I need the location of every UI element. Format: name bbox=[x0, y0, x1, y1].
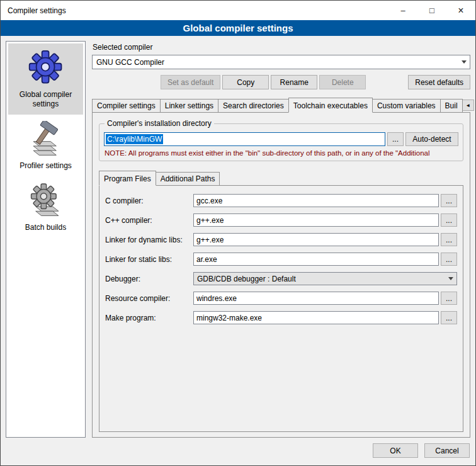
reset-defaults-button[interactable]: Reset defaults bbox=[408, 75, 470, 89]
sidebar-item-label: Batch builds bbox=[25, 223, 66, 232]
subtab-additional-paths[interactable]: Additional Paths bbox=[156, 172, 220, 185]
tab-strip: Compiler settings Linker settings Search… bbox=[92, 97, 470, 112]
installation-directory-value: C:\raylib\MinGW bbox=[106, 134, 163, 144]
linker-dynamic-label: Linker for dynamic libs: bbox=[105, 236, 193, 244]
maximize-icon: □ bbox=[429, 6, 434, 15]
scroll-left-icon: ◄ bbox=[465, 103, 470, 108]
tab-compiler-settings[interactable]: Compiler settings bbox=[92, 99, 161, 112]
dialog-header-title: Global compiler settings bbox=[183, 23, 293, 33]
compiler-settings-window: Compiler settings – □ × Global compiler … bbox=[0, 0, 476, 466]
selected-compiler-value: GNU GCC Compiler bbox=[96, 58, 458, 67]
c-compiler-label: C compiler: bbox=[105, 196, 193, 205]
toolchain-executables-panel: Compiler's installation directory C:\ray… bbox=[92, 112, 470, 438]
ok-button[interactable]: OK bbox=[373, 443, 418, 458]
browse-directory-button[interactable]: ... bbox=[387, 132, 404, 146]
dialog-header: Global compiler settings bbox=[1, 20, 475, 36]
sidebar-item-global-compiler-settings[interactable]: Global compiler settings bbox=[8, 43, 83, 115]
tab-scroll-left-button[interactable]: ◄ bbox=[462, 99, 474, 111]
tab-label: Compiler settings bbox=[97, 101, 156, 110]
field-row-linker-static: Linker for static libs: ... bbox=[105, 253, 457, 266]
program-files-panel: C compiler: ... C++ compiler: ... Linker… bbox=[99, 185, 463, 432]
chevron-down-icon bbox=[445, 273, 456, 285]
tab-scrollers: ◄ ► bbox=[462, 99, 476, 112]
cpp-compiler-label: C++ compiler: bbox=[105, 216, 193, 225]
tab-toolchain-executables[interactable]: Toolchain executables bbox=[288, 98, 373, 113]
main-panel: Selected compiler GNU GCC Compiler Set a… bbox=[92, 41, 470, 438]
installation-directory-group-title: Compiler's installation directory bbox=[105, 119, 214, 128]
subtab-program-files[interactable]: Program Files bbox=[99, 171, 156, 186]
make-program-browse-button[interactable]: ... bbox=[441, 311, 457, 324]
cpp-compiler-input[interactable] bbox=[193, 213, 439, 227]
window-controls: – □ × bbox=[388, 1, 475, 20]
cancel-button[interactable]: Cancel bbox=[424, 443, 470, 458]
make-program-input[interactable] bbox=[193, 311, 439, 324]
c-compiler-browse-button[interactable]: ... bbox=[441, 194, 457, 207]
sidebar: Global compiler settings bbox=[6, 41, 86, 438]
sidebar-item-label: Global compiler settings bbox=[9, 90, 82, 109]
auto-detect-button[interactable]: Auto-detect bbox=[405, 132, 458, 146]
tab-build-options[interactable]: Buil bbox=[440, 99, 463, 112]
installation-directory-input[interactable]: C:\raylib\MinGW bbox=[104, 132, 385, 146]
field-row-linker-dynamic: Linker for dynamic libs: ... bbox=[105, 233, 457, 246]
sidebar-item-profiler-settings[interactable]: Profiler settings bbox=[8, 115, 83, 176]
rename-button[interactable]: Rename bbox=[271, 75, 317, 89]
subtab-strip: Program Files Additional Paths bbox=[99, 170, 463, 185]
set-as-default-button: Set as default bbox=[161, 75, 220, 89]
field-row-c-compiler: C compiler: ... bbox=[105, 194, 457, 207]
close-icon: × bbox=[458, 5, 463, 16]
compiler-actions: Set as default Copy Rename Delete Reset … bbox=[92, 75, 470, 89]
c-compiler-input[interactable] bbox=[193, 194, 439, 207]
tab-label: Additional Paths bbox=[161, 174, 215, 183]
linker-static-browse-button[interactable]: ... bbox=[441, 253, 457, 266]
linker-static-label: Linker for static libs: bbox=[105, 255, 193, 264]
debugger-label: Debugger: bbox=[105, 275, 193, 283]
delete-button: Delete bbox=[319, 75, 366, 89]
batch-builds-icon bbox=[27, 182, 65, 220]
tab-label: Custom variables bbox=[377, 101, 436, 110]
sidebar-item-label: Profiler settings bbox=[20, 161, 72, 171]
debugger-dropdown[interactable]: GDB/CDB debugger : Default bbox=[193, 272, 457, 285]
selected-compiler-label: Selected compiler bbox=[93, 43, 470, 52]
tab-custom-variables[interactable]: Custom variables bbox=[372, 99, 441, 112]
tab-linker-settings[interactable]: Linker settings bbox=[160, 99, 218, 112]
minimize-button[interactable]: – bbox=[388, 1, 417, 20]
tab-search-directories[interactable]: Search directories bbox=[218, 99, 289, 112]
tab-label: Program Files bbox=[104, 174, 151, 183]
dialog-footer: OK Cancel bbox=[1, 438, 475, 465]
sidebar-item-batch-builds[interactable]: Batch builds bbox=[8, 176, 83, 238]
resource-compiler-browse-button[interactable]: ... bbox=[441, 292, 457, 305]
maximize-button[interactable]: □ bbox=[417, 1, 446, 20]
tab-label: Linker settings bbox=[165, 101, 213, 110]
close-button[interactable]: × bbox=[446, 1, 475, 20]
cpp-compiler-browse-button[interactable]: ... bbox=[441, 213, 457, 227]
tab-label: Buil bbox=[445, 101, 458, 110]
tab-label: Toolchain executables bbox=[293, 101, 368, 110]
linker-static-input[interactable] bbox=[193, 253, 439, 266]
dialog-body: Global compiler settings bbox=[1, 36, 475, 438]
bin-subdirectory-note: NOTE: All programs must exist either in … bbox=[105, 149, 458, 157]
make-program-label: Make program: bbox=[105, 314, 193, 322]
profiler-icon bbox=[27, 120, 65, 158]
copy-button[interactable]: Copy bbox=[222, 75, 269, 89]
resource-compiler-label: Resource compiler: bbox=[105, 294, 193, 303]
titlebar[interactable]: Compiler settings – □ × bbox=[1, 1, 475, 20]
debugger-value: GDB/CDB debugger : Default bbox=[197, 275, 445, 283]
minimize-icon: – bbox=[400, 6, 405, 15]
field-row-debugger: Debugger: GDB/CDB debugger : Default bbox=[105, 272, 457, 285]
linker-dynamic-input[interactable] bbox=[193, 233, 439, 246]
linker-dynamic-browse-button[interactable]: ... bbox=[441, 233, 457, 246]
tab-label: Search directories bbox=[223, 101, 284, 110]
field-row-make-program: Make program: ... bbox=[105, 311, 457, 324]
window-title: Compiler settings bbox=[1, 6, 66, 15]
resource-compiler-input[interactable] bbox=[193, 292, 439, 305]
selected-compiler-dropdown[interactable]: GNU GCC Compiler bbox=[92, 55, 470, 69]
field-row-resource-compiler: Resource compiler: ... bbox=[105, 292, 457, 305]
chevron-down-icon bbox=[458, 55, 470, 69]
field-row-cpp-compiler: C++ compiler: ... bbox=[105, 213, 457, 227]
installation-directory-row: C:\raylib\MinGW ... Auto-detect bbox=[104, 132, 458, 146]
gear-blue-icon bbox=[27, 49, 65, 87]
installation-directory-group: Compiler's installation directory C:\ray… bbox=[99, 123, 463, 161]
